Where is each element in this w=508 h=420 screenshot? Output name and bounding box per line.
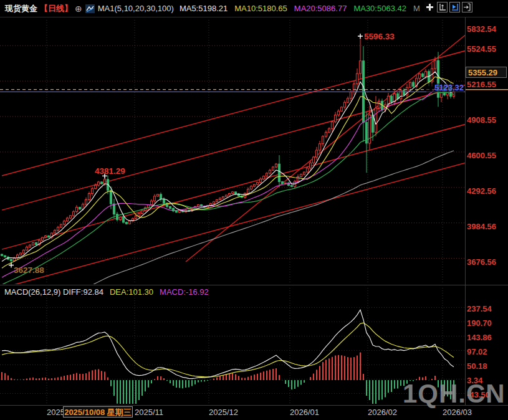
time-axis-label: 2026/03 <box>443 408 472 418</box>
macd-axis-label: 50.18 <box>467 362 487 371</box>
macd-layer <box>2 310 454 404</box>
time-axis-label: 2026/02 <box>368 408 397 418</box>
candlestick-layer <box>1 34 466 319</box>
macd-axis-label: 97.02 <box>467 348 487 356</box>
macd-axis-label: 237.54 <box>467 305 492 313</box>
price-axis-label: 5832.54 <box>467 25 496 34</box>
macd-readout: MACD(26,12,9) DIFF:92.84 <box>4 287 103 297</box>
macd-axis-label: 190.70 <box>467 319 492 328</box>
time-axis-label: 2025/11 <box>135 408 163 418</box>
price-axis-label: 5216.55 <box>467 80 496 89</box>
time-axis-label: 2025/12 <box>209 408 238 418</box>
crosshair-date-badge: 2025/10/08 星期三 <box>63 406 133 418</box>
macd-header: MACD(26,12,9) DIFF:92.84DEA:101.30MACD:-… <box>4 287 215 297</box>
macd-axis-label: 3.34 <box>467 376 482 385</box>
swing-marker-icon <box>358 34 363 39</box>
macd-readout: MACD:-16.92 <box>160 287 209 297</box>
price-axis-label: 4908.55 <box>467 116 496 125</box>
price-axis-label: 4292.56 <box>467 187 496 196</box>
pane-divider <box>0 285 508 285</box>
crosshair-price-label: 5123.32 <box>426 84 464 92</box>
latest-price-badge: 5355.29 <box>466 67 507 78</box>
svg-text:5596.33: 5596.33 <box>364 32 395 41</box>
axis-divider <box>0 405 508 406</box>
price-axis-label: 3676.56 <box>467 258 496 267</box>
price-and-macd-chart[interactable]: 5596.334381.293627.88 <box>0 0 508 420</box>
macd-axis-label: -43.50 <box>467 391 490 399</box>
price-axis-label: 3984.56 <box>467 222 496 231</box>
gridlines <box>0 20 465 404</box>
svg-text:4381.29: 4381.29 <box>95 166 125 176</box>
svg-text:3627.88: 3627.88 <box>14 265 44 275</box>
macd-readout: DEA:101.30 <box>110 287 153 297</box>
trading-app-window: { "toolbar": { "symbol": "现货黄金", "period… <box>0 0 508 420</box>
macd-axis-label: 143.86 <box>467 333 492 342</box>
time-axis-label: 2026/01 <box>290 408 319 418</box>
price-axis-label: 5524.55 <box>467 45 496 54</box>
price-axis-label: 4600.55 <box>467 151 496 160</box>
